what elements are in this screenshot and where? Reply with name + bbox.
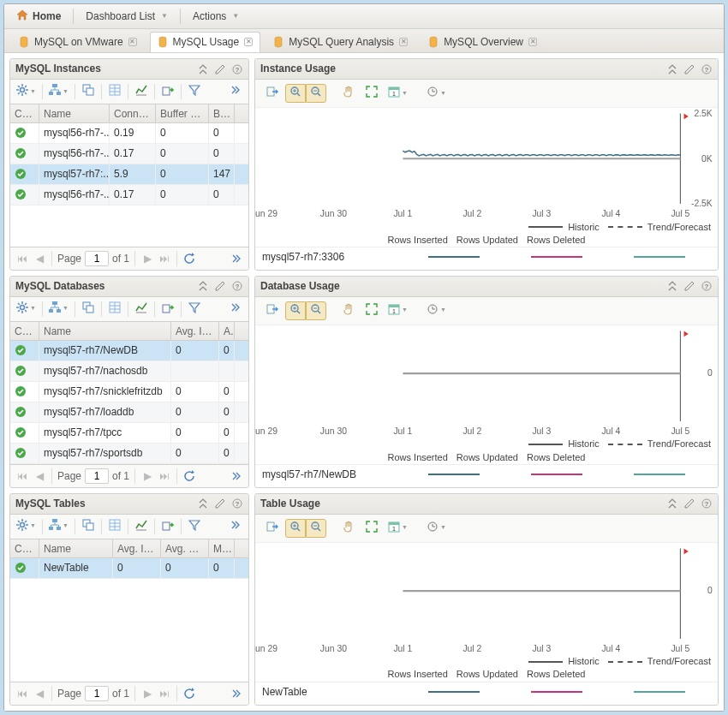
- fit-button[interactable]: [361, 519, 382, 538]
- close-button[interactable]: ✕: [244, 38, 253, 46]
- dashboard-list-menu[interactable]: Dashboard List ▼: [79, 8, 175, 25]
- column-header[interactable]: Collecti: [10, 322, 39, 340]
- collapse-button[interactable]: [666, 498, 678, 509]
- collapse-button[interactable]: [197, 63, 209, 75]
- chart-button[interactable]: [132, 83, 151, 100]
- filter-button[interactable]: [185, 518, 204, 535]
- help-button[interactable]: ?: [231, 63, 243, 75]
- page-input[interactable]: [85, 686, 109, 701]
- export-chart-button[interactable]: [262, 84, 283, 103]
- column-header[interactable]: Collecti: [10, 539, 39, 557]
- table-row[interactable]: mysql56-rh7-...0.1700: [10, 144, 248, 164]
- tree-button[interactable]: ▼: [46, 518, 71, 535]
- help-button[interactable]: ?: [231, 280, 243, 292]
- column-header[interactable]: Name: [39, 104, 110, 122]
- refresh-button[interactable]: [182, 252, 196, 265]
- collapse-button[interactable]: [197, 280, 209, 292]
- export-button[interactable]: [158, 301, 177, 318]
- last-page-button[interactable]: ⏭: [158, 252, 171, 265]
- table-row[interactable]: mysql57-rh7/NewDB00: [10, 341, 248, 361]
- edit-button[interactable]: [683, 498, 695, 509]
- column-header[interactable]: Buffer Reads: [156, 104, 209, 122]
- last-page-button[interactable]: ⏭: [158, 687, 171, 700]
- chart-button[interactable]: [132, 518, 151, 535]
- table-button[interactable]: [105, 518, 124, 535]
- tree-button[interactable]: ▼: [46, 301, 71, 318]
- chart-plot[interactable]: 0Jun 29Jun 30Jul 1Jul 2Jul 3Jul 4Jul 5: [255, 325, 718, 438]
- prev-page-button[interactable]: ◀: [33, 687, 46, 700]
- zoom-out-button[interactable]: [306, 84, 326, 103]
- column-header[interactable]: Avg. Insert W: [171, 322, 219, 340]
- clock-button[interactable]: ▼: [423, 519, 450, 538]
- close-button[interactable]: ✕: [128, 38, 137, 46]
- table-row[interactable]: mysql56-rh7-...0.1700: [10, 185, 248, 206]
- column-header[interactable]: Av: [219, 322, 235, 340]
- tree-button[interactable]: ▼: [46, 83, 71, 100]
- select-button[interactable]: [79, 518, 98, 535]
- table-row[interactable]: mysql57-rh7/snicklefritzdb00: [10, 382, 248, 402]
- filter-button[interactable]: [185, 83, 204, 100]
- table-button[interactable]: [105, 301, 124, 318]
- zoom-in-button[interactable]: [285, 301, 306, 320]
- edit-button[interactable]: [214, 280, 226, 292]
- zoom-out-button[interactable]: [306, 519, 326, 538]
- edit-button[interactable]: [683, 63, 695, 75]
- chart-plot[interactable]: 2.5K0K-2.5KJun 29Jun 30Jul 1Jul 2Jul 3Ju…: [255, 108, 718, 221]
- chart-button[interactable]: [132, 301, 151, 318]
- help-button[interactable]: ?: [701, 498, 713, 509]
- expand-button[interactable]: [230, 252, 243, 265]
- help-button[interactable]: ?: [701, 280, 713, 292]
- collapse-button[interactable]: [666, 63, 678, 75]
- export-button[interactable]: [158, 518, 177, 535]
- close-button[interactable]: ✕: [399, 38, 408, 46]
- tab-3[interactable]: MySQL Overview ✕: [421, 32, 545, 52]
- calendar-button[interactable]: 1▼: [385, 301, 411, 320]
- table-button[interactable]: [105, 83, 124, 100]
- export-button[interactable]: [158, 83, 177, 100]
- zoom-in-button[interactable]: [285, 519, 306, 538]
- actions-menu[interactable]: Actions ▼: [186, 8, 246, 25]
- next-page-button[interactable]: ▶: [140, 687, 154, 700]
- fit-button[interactable]: [361, 301, 382, 320]
- first-page-button[interactable]: ⏮: [15, 252, 29, 265]
- column-header[interactable]: Avg. Read W: [161, 539, 209, 557]
- edit-button[interactable]: [683, 280, 695, 292]
- first-page-button[interactable]: ⏮: [15, 687, 29, 700]
- column-header[interactable]: Avg. Insert W: [113, 539, 161, 557]
- collapse-button[interactable]: [666, 280, 678, 292]
- zoom-out-button[interactable]: [306, 301, 326, 320]
- expand-button[interactable]: [226, 301, 245, 318]
- help-button[interactable]: ?: [231, 498, 243, 509]
- edit-button[interactable]: [214, 63, 226, 75]
- help-button[interactable]: ?: [701, 63, 713, 75]
- table-row[interactable]: mysql57-rh7/sportsdb00: [10, 444, 248, 464]
- pan-button[interactable]: [338, 519, 359, 538]
- table-row[interactable]: mysql57-rh7:...5.90147: [10, 164, 248, 185]
- gear-button[interactable]: ▼: [14, 83, 39, 100]
- pan-button[interactable]: [338, 84, 359, 103]
- column-header[interactable]: Collecti: [10, 104, 39, 122]
- expand-button[interactable]: [230, 687, 243, 700]
- filter-button[interactable]: [185, 301, 204, 318]
- select-button[interactable]: [79, 301, 98, 318]
- refresh-button[interactable]: [182, 469, 196, 483]
- page-input[interactable]: [85, 251, 109, 266]
- column-header[interactable]: Max.: [209, 539, 235, 557]
- page-input[interactable]: [85, 468, 109, 484]
- table-row[interactable]: mysql57-rh7/nachosdb: [10, 361, 248, 382]
- collapse-button[interactable]: [197, 498, 209, 509]
- prev-page-button[interactable]: ◀: [33, 469, 46, 483]
- gear-button[interactable]: ▼: [14, 518, 39, 535]
- tab-1[interactable]: MySQL Usage ✕: [150, 32, 261, 52]
- column-header[interactable]: Name: [39, 322, 171, 340]
- column-header[interactable]: Connections: [110, 104, 156, 122]
- prev-page-button[interactable]: ◀: [33, 252, 46, 265]
- close-button[interactable]: ✕: [528, 38, 537, 46]
- gear-button[interactable]: ▼: [14, 301, 39, 318]
- expand-button[interactable]: [226, 83, 245, 100]
- expand-button[interactable]: [226, 518, 245, 535]
- calendar-button[interactable]: 1▼: [385, 84, 411, 103]
- table-row[interactable]: NewTable000: [10, 558, 248, 579]
- tab-2[interactable]: MySQL Query Analysis ✕: [266, 32, 415, 52]
- table-row[interactable]: mysql57-rh7/loaddb00: [10, 402, 248, 423]
